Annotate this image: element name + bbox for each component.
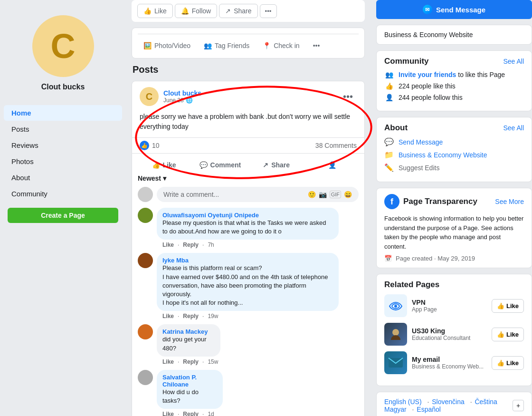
tag-friends-button[interactable]: 👥 Tag Friends bbox=[198, 39, 255, 52]
comment-input[interactable]: Write a comment... 🙂 📷 GIF 😄 bbox=[157, 187, 359, 202]
community-likes: 👍 224 people like this bbox=[384, 82, 524, 90]
comment-like-link[interactable]: Like bbox=[162, 411, 174, 416]
invite-link[interactable]: Invite your friends bbox=[399, 71, 456, 78]
myemail-page-icon bbox=[384, 351, 407, 374]
post-author-name[interactable]: Clout bucks bbox=[163, 89, 201, 97]
share-action-icon: ↗ bbox=[263, 161, 268, 169]
post-comment-button[interactable]: 💬 Comment bbox=[192, 157, 248, 173]
comment-actions: Like · Reply · 1d bbox=[157, 409, 230, 416]
comment-reply-link[interactable]: Reply bbox=[183, 358, 199, 365]
check-in-button[interactable]: 📍 Check in bbox=[257, 39, 305, 52]
lang-slovencina[interactable]: Slovenčina bbox=[432, 398, 465, 406]
us30-page-name[interactable]: US30 King bbox=[412, 327, 487, 335]
share-button[interactable]: ↗ Share bbox=[219, 4, 257, 18]
comments-count[interactable]: 38 Comments bbox=[315, 142, 357, 149]
vpn-page-icon bbox=[384, 294, 407, 317]
post-body: please sorry we have a problem with bank… bbox=[132, 110, 364, 137]
location-icon: 📍 bbox=[263, 42, 271, 49]
profile-section: C Clout bucks bbox=[0, 8, 126, 105]
comment-author[interactable]: Katrina Mackey bbox=[162, 328, 215, 335]
lang-cestina[interactable]: Čeština bbox=[475, 398, 497, 406]
myemail-page-name[interactable]: My email bbox=[412, 356, 487, 363]
comment-author[interactable]: Iyke Mba bbox=[162, 257, 333, 264]
comment-text: did you get your 480? bbox=[162, 335, 215, 352]
sidebar-item-photos[interactable]: Photos bbox=[4, 154, 122, 169]
photo-icon: 🖼️ bbox=[143, 42, 152, 49]
us30-like-button[interactable]: 👍 Like bbox=[492, 328, 524, 341]
lang-english[interactable]: English (US) bbox=[384, 398, 422, 406]
commenter-avatar bbox=[138, 208, 153, 223]
comment-time: 15w bbox=[208, 358, 218, 365]
post-meta: June 28 🌐 bbox=[163, 97, 201, 104]
follow-icon: 🔔 bbox=[181, 7, 189, 15]
page-created: 📅 Page created · May 29, 2019 bbox=[384, 255, 524, 262]
comment-author[interactable]: Oluwafisayomi Oyetunji Onipede bbox=[162, 212, 333, 219]
transparency-header: f Page Transparency See More bbox=[384, 194, 524, 209]
suggest-edits-link[interactable]: Suggest Edits bbox=[399, 164, 439, 172]
community-follows: 👤 244 people follow this bbox=[384, 94, 524, 101]
vpn-page-name[interactable]: VPN bbox=[412, 299, 487, 306]
follow-count-icon: 👤 bbox=[384, 94, 394, 101]
myemail-like-button[interactable]: 👍 Like bbox=[492, 356, 524, 370]
post-profile-share[interactable]: 👤 bbox=[304, 157, 361, 173]
post-share-button[interactable]: ↗ Share bbox=[248, 157, 304, 173]
emoji-icon[interactable]: 🙂 bbox=[308, 191, 316, 198]
vpn-like-button[interactable]: 👍 Like bbox=[492, 299, 524, 313]
about-message-link[interactable]: Send Message bbox=[399, 138, 443, 146]
post-like-button[interactable]: 👍 Like bbox=[136, 157, 192, 173]
lang-espanol[interactable]: Español bbox=[417, 406, 441, 413]
more-languages-button[interactable]: + bbox=[513, 400, 524, 411]
sidebar-item-posts[interactable]: Posts bbox=[4, 121, 122, 137]
related-pages-header: Related Pages bbox=[384, 280, 524, 290]
comment-reply-link[interactable]: Reply bbox=[183, 242, 199, 248]
us30-page-type: Educational Consultant bbox=[412, 335, 487, 341]
sidebar-item-home[interactable]: Home bbox=[4, 105, 122, 121]
like-button[interactable]: 👍 Like bbox=[137, 4, 173, 18]
related-pages-title: Related Pages bbox=[384, 280, 439, 290]
follow-button[interactable]: 🔔 Follow bbox=[175, 4, 217, 18]
action-bar: 👍 Like 🔔 Follow ↗ Share ••• bbox=[132, 0, 365, 22]
more-composer-button[interactable]: ••• bbox=[307, 39, 326, 52]
commenter-avatar bbox=[138, 253, 153, 268]
lang-magyar[interactable]: Magyar bbox=[384, 406, 407, 413]
comment-time: 19w bbox=[208, 313, 218, 319]
sidebar-item-community[interactable]: Community bbox=[4, 186, 122, 202]
briefcase-icon: 📁 bbox=[384, 150, 394, 159]
post-more-button[interactable]: ••• bbox=[339, 89, 357, 104]
related-pages-card: Related Pages VPN App Page 👍 Li bbox=[376, 274, 532, 386]
invite-friends-icon: 👥 bbox=[384, 71, 394, 78]
transparency-description: Facebook is showing information to help … bbox=[384, 214, 524, 251]
pencil-icon: ✏️ bbox=[384, 163, 394, 172]
sidebar-item-about[interactable]: About bbox=[4, 170, 122, 185]
post-stats: 👍 10 38 Comments bbox=[132, 137, 364, 154]
about-website-link[interactable]: Business & Economy Website bbox=[399, 151, 487, 159]
comment-like-link[interactable]: Like bbox=[162, 313, 174, 319]
comment-author[interactable]: Salvation P. Chiloane bbox=[162, 374, 217, 388]
comment-like-link[interactable]: Like bbox=[162, 358, 174, 365]
comment-item: Salvation P. Chiloane How did u do tasks… bbox=[138, 370, 359, 416]
sidebar-item-reviews[interactable]: Reviews bbox=[4, 137, 122, 153]
camera-icon[interactable]: 📷 bbox=[319, 191, 327, 198]
svg-point-0 bbox=[394, 305, 397, 308]
more-options-button[interactable]: ••• bbox=[260, 4, 277, 18]
comment-like-link[interactable]: Like bbox=[162, 242, 174, 248]
like-count: 👍 10 bbox=[140, 141, 160, 150]
sort-comments[interactable]: Newest ▾ bbox=[138, 174, 359, 182]
community-card-header: Community See All bbox=[384, 57, 524, 66]
gif-icon[interactable]: GIF bbox=[330, 191, 341, 198]
sticker-icon[interactable]: 😄 bbox=[344, 191, 352, 198]
share-icon: ↗ bbox=[225, 7, 231, 15]
comment-reply-link[interactable]: Reply bbox=[183, 411, 199, 416]
about-see-all[interactable]: See All bbox=[503, 124, 524, 132]
transparency-see-more[interactable]: See More bbox=[495, 198, 524, 205]
community-see-all[interactable]: See All bbox=[503, 58, 524, 65]
calendar-icon: 📅 bbox=[384, 255, 392, 262]
comment-reply-link[interactable]: Reply bbox=[183, 313, 199, 319]
comment-actions: Like · Reply · 7h bbox=[157, 240, 359, 248]
photo-video-button[interactable]: 🖼️ Photo/Video bbox=[138, 39, 196, 52]
create-page-button[interactable]: Create a Page bbox=[8, 208, 118, 223]
nav-menu: Home Posts Reviews Photos About Communit… bbox=[0, 105, 126, 202]
comment-bubble: Iyke Mba Please is this platform real or… bbox=[157, 253, 339, 311]
send-message-button[interactable]: ✉ Send Message bbox=[376, 0, 532, 19]
comment-text: Please my question is that what is the T… bbox=[162, 219, 333, 236]
